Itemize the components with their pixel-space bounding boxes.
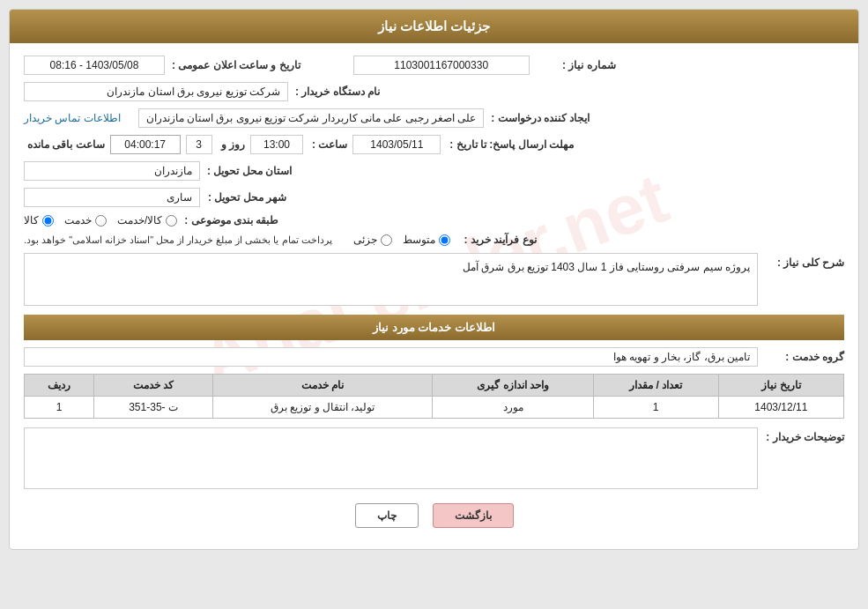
- radio-jozi: جزئی: [353, 234, 392, 246]
- col-radif: ردیف: [25, 375, 94, 397]
- khadamat-section-header: اطلاعات خدمات مورد نیاز: [24, 315, 844, 340]
- toozihat-section: توضیحات خریدار :: [24, 427, 844, 489]
- contact-info-link[interactable]: اطلاعات تماس خریدار: [24, 112, 121, 124]
- ostan-label: استان محل تحویل :: [207, 165, 292, 177]
- shomare-niaz-value: 1103001167000330: [353, 56, 530, 75]
- sharh-koli-content: پروژه سیم سرفتی روستایی فاز 1 سال 1403 ت…: [24, 253, 758, 306]
- radio-jozi-input[interactable]: [381, 234, 392, 246]
- shahr-label: شهر محل تحویل :: [207, 191, 286, 204]
- radio-kala-label: کالا: [24, 214, 39, 227]
- nam-dastgah-label: نام دستگاه خریدار :: [295, 85, 380, 98]
- sharh-koli-row: شرح کلی نیاز : پروژه سیم سرفتی روستایی ف…: [24, 253, 844, 306]
- radio-mootasat-label: متوسط: [403, 234, 435, 246]
- group-khedmat-label: گروه خدمت :: [765, 351, 844, 363]
- date-aelan-label: تاریخ و ساعت اعلان عمومی :: [172, 59, 300, 71]
- ijad-konande-row: ایجاد کننده درخواست : علی اصغر رجبی علی …: [24, 108, 844, 128]
- khadamat-section-title: اطلاعات خدمات مورد نیاز: [373, 321, 495, 334]
- col-tarikh-niaz: تاریخ نیاز: [718, 375, 843, 397]
- radio-mootasat-input[interactable]: [439, 234, 450, 246]
- farayand-row: نوع فرآیند خرید : متوسط جزئی پرداخت تمام…: [24, 234, 844, 246]
- tabaqe-label: طبقه بندی موضوعی :: [184, 214, 278, 227]
- radio-kala-input[interactable]: [42, 215, 54, 227]
- print-button[interactable]: چاپ: [355, 503, 419, 528]
- rooz-label: روز و: [221, 138, 245, 151]
- radio-kala: کالا: [24, 214, 54, 227]
- tabaqe-radio-group: کالا/خدمت خدمت کالا: [24, 214, 177, 227]
- tabaqe-row: طبقه بندی موضوعی : کالا/خدمت خدمت کال: [24, 214, 844, 227]
- date-aelan-value: 1403/05/08 - 08:16: [24, 56, 165, 75]
- col-kod-khedmat: کد خدمت: [94, 375, 212, 397]
- col-nam-khedmat: نام خدمت: [212, 375, 433, 397]
- radio-mootasat: متوسط: [403, 234, 450, 246]
- mohlet-ersal-label: مهلت ارسال پاسخ: تا تاریخ :: [449, 138, 574, 151]
- mohlet-ersal-row: مهلت ارسال پاسخ: تا تاریخ : 1403/05/11 س…: [24, 135, 844, 154]
- service-table: تاریخ نیاز تعداد / مقدار واحد اندازه گیر…: [24, 374, 844, 419]
- radio-khedmat: خدمت: [64, 214, 107, 227]
- page-title: جزئیات اطلاعات نیاز: [378, 19, 490, 33]
- page-header: جزئیات اطلاعات نیاز: [10, 10, 858, 43]
- farayand-radio-group: متوسط جزئی: [353, 234, 450, 246]
- col-tedad: تعداد / مقدار: [593, 375, 718, 397]
- ersal-rooz: 3: [186, 135, 212, 154]
- shomare-niaz-label: شماره نیاز :: [537, 59, 616, 71]
- radio-khedmat-label: خدمت: [64, 214, 92, 227]
- radio-khedmat-input[interactable]: [95, 215, 107, 227]
- shahr-row: شهر محل تحویل : ساری: [24, 188, 844, 207]
- farayand-note: پرداخت تمام یا بخشی از مبلغ خریدار از مح…: [24, 234, 332, 246]
- col-vahed: واحد اندازه گیری: [433, 375, 593, 397]
- table-row: 1403/12/111موردتولید، انتقال و توزیع برق…: [25, 397, 844, 419]
- back-button[interactable]: بازگشت: [433, 503, 514, 528]
- farayand-label: نوع فرآیند خرید :: [464, 234, 537, 246]
- radio-jozi-label: جزئی: [353, 234, 377, 246]
- ijad-konande-value: علی اصغر رجبی علی مانی کاربردار شرکت توز…: [138, 108, 485, 128]
- radio-kala-khedmat-label: کالا/خدمت: [117, 214, 162, 227]
- ijad-konande-label: ایجاد کننده درخواست :: [491, 112, 590, 124]
- ersal-date: 1403/05/11: [352, 135, 441, 154]
- remaining-label: ساعت باقی مانده: [27, 138, 105, 151]
- toozihat-label: توضیحات خریدار :: [765, 427, 844, 443]
- shahr-value: ساری: [24, 188, 200, 207]
- group-khedmat-row: گروه خدمت : تامین برق، گاز، بخار و تهویه…: [24, 347, 844, 367]
- group-khedmat-value: تامین برق، گاز، بخار و تهویه هوا: [24, 347, 758, 367]
- radio-kala-khedmat-input[interactable]: [166, 215, 177, 227]
- nam-dastgah-value: شرکت توزیع نیروی برق استان مازندران: [24, 82, 288, 101]
- ersal-remaining: 04:00:17: [110, 135, 181, 154]
- shomare-niaz-row: شماره نیاز : 1103001167000330 تاریخ و سا…: [24, 56, 844, 75]
- sharh-koli-value: پروژه سیم سرفتی روستایی فاز 1 سال 1403 ت…: [24, 253, 758, 306]
- radio-kala-khedmat: کالا/خدمت: [117, 214, 177, 227]
- ostan-row: استان محل تحویل : مازندران: [24, 161, 844, 181]
- ostan-value: مازندران: [24, 161, 200, 181]
- nam-dastgah-row: نام دستگاه خریدار : شرکت توزیع نیروی برق…: [24, 82, 844, 101]
- toozihat-textarea[interactable]: [24, 427, 758, 489]
- saat-label: ساعت :: [312, 138, 347, 151]
- ersal-saat: 13:00: [250, 135, 303, 154]
- buttons-row: بازگشت چاپ: [24, 503, 844, 537]
- sharh-koli-label: شرح کلی نیاز :: [765, 253, 844, 269]
